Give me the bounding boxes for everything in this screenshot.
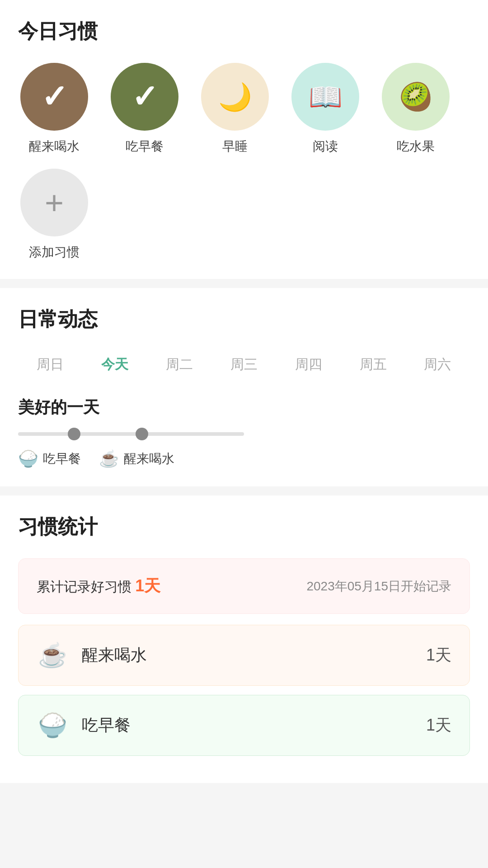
- timeline-breakfast-label: 吃早餐: [43, 450, 81, 467]
- habits-section: 今日习惯 ✓ 醒来喝水 ✓ 吃早餐 🌙 早睡 📖: [0, 0, 488, 279]
- add-habit-label: 添加习惯: [29, 244, 80, 261]
- add-habit-item[interactable]: + 添加习惯: [18, 169, 90, 261]
- stats-summary-left: 累计记录好习惯 1天: [37, 575, 160, 597]
- timeline-items: 🍚 吃早餐 ☕ 醒来喝水: [18, 449, 470, 468]
- habit-label-eat-fruit: 吃水果: [397, 138, 435, 155]
- habit-stat-breakfast-name: 吃早餐: [82, 714, 426, 736]
- tab-sunday[interactable]: 周日: [37, 351, 64, 378]
- checkmark-drink-water: ✓: [41, 81, 68, 113]
- timeline-line: [18, 432, 244, 436]
- habit-stat-breakfast-days: 1天: [426, 714, 451, 736]
- early-sleep-icon: 🌙: [218, 81, 252, 113]
- timeline-dot-2: [136, 428, 148, 440]
- habit-stat-row-drink-water: ☕ 醒来喝水 1天: [18, 625, 470, 686]
- timeline-breakfast-icon: 🍚: [18, 449, 38, 468]
- timeline-drink-water-label: 醒来喝水: [124, 450, 174, 467]
- daily-section: 日常动态 周日 今天 周二 周三 周四 周五 周六 美好的一天 🍚 吃早餐 ☕ …: [0, 288, 488, 486]
- habit-circle-eat-fruit[interactable]: 🥝: [382, 63, 450, 131]
- tab-tuesday[interactable]: 周二: [166, 351, 193, 378]
- day-tabs: 周日 今天 周二 周三 周四 周五 周六: [18, 351, 470, 378]
- habit-label-reading: 阅读: [313, 138, 338, 155]
- habit-stat-drink-water-name: 醒来喝水: [82, 644, 426, 666]
- habits-title: 今日习惯: [18, 18, 470, 45]
- add-habit-button[interactable]: +: [20, 169, 88, 236]
- habit-circle-drink-water[interactable]: ✓: [20, 63, 88, 131]
- habit-circle-early-sleep[interactable]: 🌙: [201, 63, 269, 131]
- habit-circle-breakfast[interactable]: ✓: [111, 63, 178, 131]
- mood-title: 美好的一天: [18, 396, 470, 419]
- habit-item-reading[interactable]: 📖 阅读: [289, 63, 361, 155]
- stats-section: 习惯统计 累计记录好习惯 1天 2023年05月15日开始记录 ☕ 醒来喝水 1…: [0, 495, 488, 783]
- stats-summary-label: 累计记录好习惯: [37, 579, 131, 594]
- timeline-dot-1: [68, 428, 80, 440]
- tab-wednesday[interactable]: 周三: [230, 351, 258, 378]
- tab-thursday[interactable]: 周四: [295, 351, 322, 378]
- habit-label-breakfast: 吃早餐: [126, 138, 164, 155]
- timeline-drink-water-icon: ☕: [99, 449, 119, 468]
- habit-label-early-sleep: 早睡: [222, 138, 248, 155]
- habit-label-drink-water: 醒来喝水: [29, 138, 80, 155]
- timeline-item-breakfast: 🍚 吃早餐: [18, 449, 81, 468]
- tab-friday[interactable]: 周五: [360, 351, 387, 378]
- stats-summary-date: 2023年05月15日开始记录: [306, 578, 451, 595]
- tab-today[interactable]: 今天: [101, 351, 128, 378]
- plus-icon: +: [45, 184, 64, 221]
- habit-stat-drink-water-days: 1天: [426, 644, 451, 666]
- stats-summary-card: 累计记录好习惯 1天 2023年05月15日开始记录: [18, 558, 470, 614]
- stats-summary-count: 1天: [135, 576, 160, 595]
- habit-stat-row-breakfast: 🍚 吃早餐 1天: [18, 695, 470, 756]
- habit-item-drink-water[interactable]: ✓ 醒来喝水: [18, 63, 90, 155]
- habits-grid: ✓ 醒来喝水 ✓ 吃早餐 🌙 早睡 📖 阅读: [18, 63, 470, 261]
- habit-circle-reading[interactable]: 📖: [291, 63, 359, 131]
- habit-stat-breakfast-icon: 🍚: [37, 712, 68, 739]
- habit-item-eat-fruit[interactable]: 🥝 吃水果: [380, 63, 452, 155]
- habit-item-early-sleep[interactable]: 🌙 早睡: [199, 63, 271, 155]
- eat-fruit-icon: 🥝: [399, 81, 433, 113]
- stats-title: 习惯统计: [18, 514, 470, 540]
- tab-saturday[interactable]: 周六: [424, 351, 451, 378]
- reading-icon: 📖: [309, 81, 343, 113]
- checkmark-breakfast: ✓: [131, 81, 158, 113]
- timeline-item-drink-water: ☕ 醒来喝水: [99, 449, 174, 468]
- habit-stat-drink-water-icon: ☕: [37, 642, 68, 669]
- habit-item-breakfast[interactable]: ✓ 吃早餐: [108, 63, 181, 155]
- daily-title: 日常动态: [18, 306, 470, 333]
